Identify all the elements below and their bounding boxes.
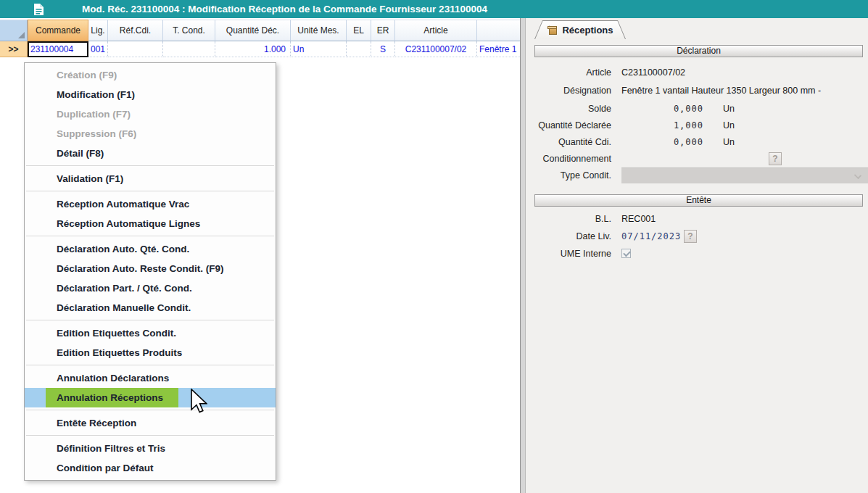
menu-item-entete-reception[interactable]: Entête Réception xyxy=(25,413,276,433)
column-header-t-cond[interactable]: T. Cond. xyxy=(163,20,215,41)
row-marker[interactable]: >> xyxy=(0,41,28,57)
field-unit-quantite-declaree: Un xyxy=(723,117,735,133)
menu-separator xyxy=(26,165,274,166)
menu-item-annulation-receptions[interactable]: Annulation Réceptions xyxy=(25,388,276,407)
menu-item-validation[interactable]: Validation (F1) xyxy=(25,169,276,188)
green-highlight: Annulation Réceptions xyxy=(46,388,178,407)
field-value-solde: 0,000 xyxy=(621,101,703,117)
field-label-quantite-cdi: Quantité Cdi. xyxy=(526,134,611,150)
field-label-ume-interne: UME Interne xyxy=(526,246,611,262)
field-row-quantite-declaree: Quantité Déclarée 1,000 Un xyxy=(526,117,868,133)
field-row-article: Article C231100007/02 xyxy=(526,65,868,80)
field-label-designation: Désignation xyxy=(526,83,611,99)
field-row-bl: B.L. REC001 xyxy=(526,211,868,227)
menu-item-reception-automatique-vrac[interactable]: Réception Automatique Vrac xyxy=(25,194,276,214)
context-menu: Création (F9) Modification (F1) Duplicat… xyxy=(24,62,276,481)
type-condit-dropdown xyxy=(621,167,868,183)
cell-t-cond[interactable] xyxy=(163,41,215,57)
menu-item-condition-par-defaut[interactable]: Condition par Défaut xyxy=(25,458,276,478)
menu-separator xyxy=(26,410,274,410)
column-header-quantite-dec[interactable]: Quantité Déc. xyxy=(215,20,291,41)
column-header-el[interactable]: EL xyxy=(347,20,371,41)
field-unit-quantite-cdi: Un xyxy=(723,134,735,150)
menu-item-declaration-manuelle-condit[interactable]: Déclaration Manuelle Condit. xyxy=(25,298,276,318)
menu-item-annulation-declarations[interactable]: Annulation Déclarations xyxy=(25,368,276,388)
column-header-extra[interactable] xyxy=(477,20,520,41)
cell-quantite-dec[interactable]: 1.000 xyxy=(215,41,291,57)
section-header-declaration: Déclaration xyxy=(534,45,863,57)
cell-el[interactable] xyxy=(347,41,371,57)
menu-separator xyxy=(26,320,274,320)
column-header-lig[interactable]: Lig. xyxy=(88,20,108,41)
field-row-conditionnement: Conditionnement ? xyxy=(526,151,868,167)
column-header-commande[interactable]: Commande xyxy=(28,20,88,41)
menu-item-edition-etiquettes-condit[interactable]: Edition Etiquettes Condit. xyxy=(25,323,276,343)
table-row[interactable]: >> 231100004 001 1.000 Un S C231100007/0… xyxy=(0,41,520,57)
menu-item-declaration-auto-qte-cond[interactable]: Déclaration Auto. Qté. Cond. xyxy=(25,239,276,259)
column-header-unite-mes[interactable]: Unité Mes. xyxy=(291,20,347,41)
tab-receptions[interactable]: Réceptions xyxy=(534,20,626,39)
field-label-quantite-declaree: Quantité Déclarée xyxy=(526,117,611,133)
mouse-cursor xyxy=(190,389,207,415)
panel-splitter[interactable] xyxy=(520,18,526,493)
menu-item-reception-automatique-lignes[interactable]: Réception Automatique Lignes xyxy=(25,214,276,233)
field-value-designation: Fenêtre 1 vantail Hauteur 1350 Largeur 8… xyxy=(621,83,821,99)
menu-item-suppression: Suppression (F6) xyxy=(25,124,276,144)
tab-label: Réceptions xyxy=(562,25,613,36)
field-row-solde: Solde 0,000 Un xyxy=(526,101,868,117)
column-header-er[interactable]: ER xyxy=(371,20,395,41)
menu-item-modification[interactable]: Modification (F1) xyxy=(25,85,276,104)
field-label-solde: Solde xyxy=(526,101,611,117)
menu-item-edition-etiquettes-produits[interactable]: Edition Etiquettes Produits xyxy=(25,343,276,362)
chevron-down-icon xyxy=(854,172,861,179)
field-row-type-condit: Type Condit. xyxy=(526,167,868,183)
package-icon xyxy=(547,25,558,35)
menu-separator xyxy=(26,435,274,436)
menu-item-declaration-auto-reste-condit[interactable]: Déclaration Auto. Reste Condit. (F9) xyxy=(25,259,276,278)
cell-unite-mes[interactable]: Un xyxy=(291,41,347,57)
field-row-ume-interne: UME Interne xyxy=(526,246,868,262)
cell-ref-cdi[interactable] xyxy=(108,41,163,57)
field-label-date-liv: Date Liv. xyxy=(526,228,611,244)
column-header-ref-cdi[interactable]: Réf.Cdi. xyxy=(108,20,163,41)
cell-er[interactable]: S xyxy=(371,41,395,57)
menu-item-definition-filtres-et-tris[interactable]: Définition Filtres et Tris xyxy=(25,439,276,458)
field-value-article: C231100007/02 xyxy=(621,65,685,80)
menu-item-detail[interactable]: Détail (F8) xyxy=(25,144,276,163)
column-header-article[interactable]: Article xyxy=(395,20,477,41)
field-value-quantite-declaree: 1,000 xyxy=(621,117,703,133)
cell-lig[interactable]: 001 xyxy=(88,41,108,57)
field-row-date-liv: Date Liv. 07/11/2023 ? xyxy=(526,228,868,244)
ume-interne-checkbox xyxy=(621,249,631,258)
cell-article[interactable]: C231100007/02 xyxy=(395,41,477,57)
document-icon xyxy=(33,3,44,16)
field-row-designation: Désignation Fenêtre 1 vantail Hauteur 13… xyxy=(526,83,868,99)
menu-separator xyxy=(26,365,274,365)
cell-commande[interactable]: 231100004 xyxy=(28,41,88,57)
menu-item-declaration-part-qte-cond[interactable]: Déclaration Part. / Qté. Cond. xyxy=(25,278,276,298)
conditionnement-help-button[interactable]: ? xyxy=(769,152,782,165)
field-label-bl: B.L. xyxy=(526,211,611,227)
field-label-article: Article xyxy=(526,65,611,80)
field-label-type-condit: Type Condit. xyxy=(526,167,611,183)
section-header-entete: Entête xyxy=(534,194,863,207)
cell-extra[interactable]: Fenêtre 1 xyxy=(477,41,520,57)
field-value-quantite-cdi: 0,000 xyxy=(621,134,703,150)
select-all-corner[interactable] xyxy=(0,20,28,41)
field-value-date-liv: 07/11/2023 xyxy=(621,228,681,244)
menu-separator xyxy=(26,191,274,191)
table-header-row: Commande Lig. Réf.Cdi. T. Cond. Quantité… xyxy=(0,20,520,41)
field-label-conditionnement: Conditionnement xyxy=(526,151,611,167)
date-liv-calendar-button[interactable]: ? xyxy=(684,230,697,243)
window-title: Mod. Réc. 231100004 : Modification Récep… xyxy=(82,0,487,18)
field-row-quantite-cdi: Quantité Cdi. 0,000 Un xyxy=(526,134,868,150)
menu-item-duplication: Duplication (F7) xyxy=(25,104,276,124)
menu-item-creation: Création (F9) xyxy=(25,65,276,85)
receptions-panel: Réceptions Déclaration Article C23110000… xyxy=(526,18,868,493)
menu-separator xyxy=(26,236,274,236)
field-value-bl: REC001 xyxy=(621,211,656,227)
title-bar: Mod. Réc. 231100004 : Modification Récep… xyxy=(0,0,868,18)
field-unit-solde: Un xyxy=(723,101,735,117)
